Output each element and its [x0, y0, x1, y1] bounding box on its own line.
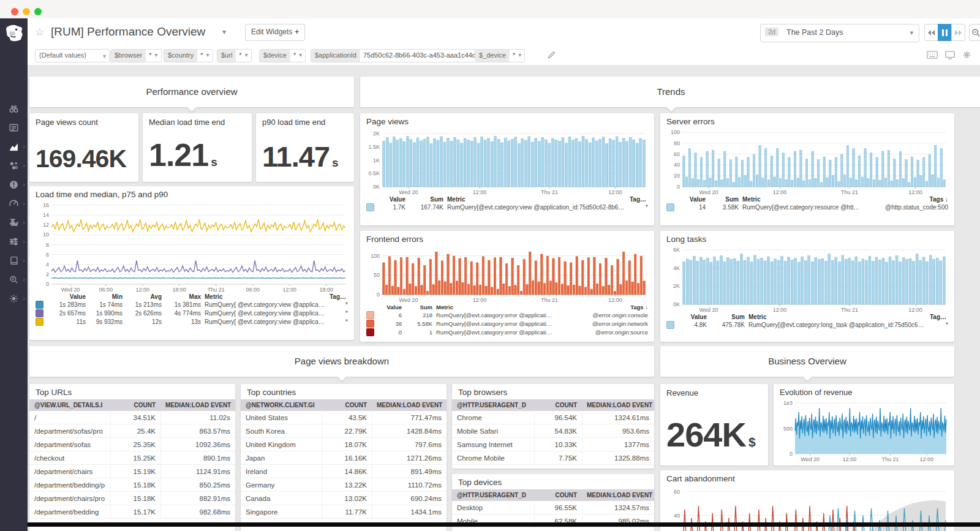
zoom-out-button[interactable] [969, 24, 980, 41]
keyboard-shortcuts-icon[interactable] [927, 51, 938, 59]
frontend-errors-bar-chart[interactable]: 050100Wed 2012:00Thu 2112:00 [364, 246, 650, 304]
column-header[interactable]: MEDIAN:LOAD EVENT [582, 399, 654, 411]
window-zoom-button[interactable] [34, 8, 42, 15]
group-performance-overview[interactable]: Performance overview [29, 77, 354, 107]
table-row[interactable]: Ireland14.86K891.49ms [241, 465, 447, 478]
datadog-logo[interactable] [4, 23, 23, 42]
legend-color-swatch[interactable] [366, 311, 374, 319]
variable-pill-url[interactable]: $url*▾ [217, 49, 252, 62]
sidebar-item-events[interactable] [0, 122, 28, 133]
legend-color-swatch[interactable] [36, 301, 43, 309]
table-row[interactable]: /department/sofas25.35K1092.36ms [29, 438, 235, 451]
settings-gear-icon[interactable] [962, 50, 971, 59]
sidebar-item-metrics[interactable]: › [0, 198, 28, 209]
column-header[interactable]: COUNT [322, 399, 372, 411]
load-time-line-chart[interactable]: 0246810121416Wed 2006:0012:0018:00Thu 21… [33, 201, 350, 293]
table-row[interactable]: /department/bedding/p15.18K850.25ms [29, 478, 235, 492]
frontend-errors-legend[interactable]: ValueSumMetricTags ↓6218RumQuery[@evt.ca… [360, 304, 654, 336]
sidebar-item-apm[interactable]: › [0, 236, 28, 247]
widget-revenue[interactable]: Revenue 264K$ [660, 384, 768, 465]
favorite-star-icon[interactable]: ☆ [35, 26, 44, 39]
table-row[interactable]: Samsung Internet10.33K1377ms [452, 438, 654, 451]
legend-color-swatch[interactable] [666, 203, 674, 211]
dashboard-title[interactable]: [RUM] Performance Overview [51, 25, 205, 39]
sidebar-item-logs[interactable]: › [0, 274, 28, 285]
table-row[interactable]: Desktop96.55K1324.57ms [452, 501, 654, 514]
variable-pill-device[interactable]: $device*▾ [259, 49, 306, 62]
group-page-views-breakdown[interactable]: Page views breakdown [29, 346, 654, 377]
time-shift-forward-button[interactable] [951, 24, 965, 41]
legend-color-swatch[interactable] [36, 318, 43, 326]
group-trends[interactable]: Trends [360, 77, 980, 107]
variable-pill-browser[interactable]: $browser*▾ [110, 49, 162, 62]
time-shift-back-button[interactable] [924, 24, 938, 41]
page-views-legend[interactable]: ValueSumMetricTags ↓1.7K167.74KRumQuery[… [360, 196, 654, 211]
sidebar-item-monitors[interactable]: › [0, 179, 28, 190]
sidebar-item-infrastructure[interactable]: › [0, 160, 28, 171]
column-header[interactable]: COUNT [534, 399, 582, 411]
table-row[interactable]: South Korea22.79K1428.84ms [241, 424, 447, 438]
widget-long-tasks-chart[interactable]: Long tasks 0K2K4K6KWed 2012:00Thu 2112:0… [660, 231, 954, 342]
revenue-evolution-area-chart[interactable]: 05001e3Wed 2012:00Thu 2112:00 [777, 399, 951, 463]
edit-variables-pencil-icon[interactable] [547, 50, 556, 59]
load-time-legend[interactable]: ValueMinAvgMaxMetricTags ↓1s 283ms1s 74m… [29, 293, 354, 326]
window-minimize-button[interactable] [23, 8, 30, 15]
server-errors-bar-chart[interactable]: 020406080100Wed 2012:00Thu 2112:00 [664, 129, 951, 196]
table-row[interactable]: Germany13.22K1110.72ms [241, 478, 447, 492]
legend-color-swatch[interactable] [366, 320, 374, 328]
column-header[interactable]: MEDIAN:LOAD EVENT [582, 489, 654, 501]
variable-pill-underscore-device[interactable]: $_device*▾ [475, 49, 525, 62]
table-row[interactable]: /department/bedding15.17K982.68ms [29, 505, 235, 519]
title-chevron-down-icon[interactable]: ▾ [222, 28, 226, 36]
column-header[interactable]: MEDIAN:LOAD EVENT [372, 399, 447, 411]
column-header[interactable]: COUNT [110, 399, 160, 411]
table-row[interactable]: Canada13.02K690.24ms [241, 492, 447, 505]
variable-pill-applicationid[interactable]: $applicationId75d50c62-8b66-403c-a453-aa… [311, 49, 501, 62]
legend-color-swatch[interactable] [666, 321, 674, 329]
table-row[interactable]: Japan16.16K1271.26ms [241, 451, 447, 465]
saved-views-select[interactable]: (Default values)▾ [35, 49, 110, 62]
edit-widgets-button[interactable]: Edit Widgets+ [245, 24, 305, 41]
legend-color-swatch[interactable] [366, 203, 374, 211]
legend-color-swatch[interactable] [36, 309, 43, 317]
sidebar-item-integrations[interactable]: › [0, 217, 28, 228]
time-range-picker[interactable]: 2d The Past 2 Days ▾ [760, 24, 919, 42]
widget-top-browsers-table[interactable]: Top browsers @HTTP.USERAGENT_DCOUNTMEDIA… [452, 384, 654, 469]
variable-pill-country[interactable]: $country*▾ [164, 49, 213, 62]
widget-evolution-of-revenue[interactable]: Evolution of revenue 05001e3Wed 2012:00T… [774, 384, 954, 465]
column-header[interactable]: @NETWORK.CLIENT.GI [241, 399, 322, 411]
long-tasks-legend[interactable]: ValueSumMetricTags ↓4.8K475.78KRumQuery[… [660, 314, 954, 329]
widget-page-views-chart[interactable]: Page views 0K0.5K1K1.5K2KWed 2012:00Thu … [360, 113, 654, 225]
table-row[interactable]: /checkout15.25K890.1ms [29, 451, 235, 465]
table-row[interactable]: /department/chairs15.19K1124.91ms [29, 465, 235, 478]
table-row[interactable]: United States43.5K771.47ms [241, 411, 447, 424]
widget-p90-load-time[interactable]: p90 load time end 11.47s [256, 113, 354, 182]
column-header[interactable]: @HTTP.USERAGENT_D [452, 489, 534, 501]
widget-page-views-count[interactable]: Page views count 169.46K [29, 113, 138, 182]
sidebar-item-security[interactable]: › [0, 293, 28, 304]
sidebar-item-notebooks[interactable]: › [0, 255, 28, 266]
column-header[interactable]: @HTTP.USERAGENT_D [452, 399, 534, 411]
table-row[interactable]: Chrome Mobile7.75K1325.88ms [452, 451, 654, 465]
column-header[interactable]: COUNT [534, 489, 582, 501]
widget-median-load-time[interactable]: Median load time end 1.21s [143, 113, 252, 182]
widget-top-urls-table[interactable]: Top URLs @VIEW.URL_DETAILS.ICOUNTMEDIAN:… [29, 384, 235, 531]
widget-frontend-errors-chart[interactable]: Frontend errors 050100Wed 2012:00Thu 211… [360, 231, 654, 342]
table-row[interactable]: /34.51K11.02s [29, 411, 235, 424]
page-views-bar-chart[interactable]: 0K0.5K1K1.5K2KWed 2012:00Thu 2112:00 [364, 129, 650, 196]
table-row[interactable]: /department/sofas/pro25.4K863.57ms [29, 424, 235, 438]
long-tasks-bar-chart[interactable]: 0K2K4K6KWed 2012:00Thu 2112:00 [664, 246, 951, 314]
column-header[interactable]: MEDIAN:LOAD EVENT [160, 399, 235, 411]
sidebar-item-dashboards[interactable]: › [0, 141, 28, 152]
server-errors-legend[interactable]: ValueSumMetricTags ↓143.58KRumQuery[@evt… [660, 196, 954, 211]
table-row[interactable]: /department/chairs/pro15.18K882.91ms [29, 492, 235, 505]
sidebar-item-watchdog[interactable] [0, 103, 28, 114]
table-row[interactable]: Mobile Safari54.83K953.6ms [452, 424, 654, 438]
column-header[interactable]: @VIEW.URL_DETAILS.I [29, 399, 110, 411]
widget-top-countries-table[interactable]: Top countries @NETWORK.CLIENT.GICOUNTMED… [241, 384, 447, 531]
tv-mode-icon[interactable] [945, 51, 955, 59]
widget-load-time-chart[interactable]: Load time end median, p75 and p90 024681… [29, 186, 354, 340]
table-row[interactable]: Chrome96.54K1324.61ms [452, 411, 654, 424]
window-close-button[interactable] [11, 8, 18, 15]
widget-server-errors-chart[interactable]: Server errors 020406080100Wed 2012:00Thu… [660, 113, 954, 225]
